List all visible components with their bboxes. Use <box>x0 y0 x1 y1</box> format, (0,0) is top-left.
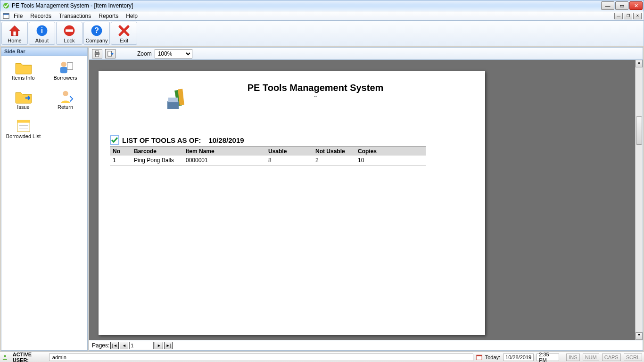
indicator-caps: CAPS <box>602 354 621 361</box>
table-header-row: No Barcode Item Name Usable Not Usable C… <box>110 147 426 156</box>
home-button[interactable]: Home <box>1 22 28 45</box>
menu-records[interactable]: Records <box>26 12 55 20</box>
status-date: 10/28/2019 <box>503 354 534 361</box>
sidebar-item-return[interactable]: Return <box>46 89 84 110</box>
pager-label: Pages: <box>92 342 109 349</box>
svg-rect-12 <box>67 63 72 70</box>
svg-point-27 <box>4 355 6 357</box>
company-button[interactable]: ? Company <box>83 22 110 45</box>
person-notebook-icon <box>57 60 74 75</box>
svg-rect-24 <box>167 101 179 109</box>
col-usable: Usable <box>265 147 313 156</box>
report-logo-icon <box>165 87 191 114</box>
report-title: PE Tools Management System <box>157 82 474 93</box>
window-title: PE Tools Management System - [Item Inven… <box>12 2 601 9</box>
lock-button[interactable]: Lock <box>56 22 83 45</box>
calendar-icon <box>476 354 482 361</box>
sidebar-item-items-info[interactable]: Items Info <box>4 60 42 81</box>
pager: Pages: |◄ ◄ ► ►| <box>89 340 643 350</box>
col-no: No <box>110 147 131 156</box>
pager-prev-button[interactable]: ◄ <box>120 342 128 349</box>
list-icon <box>15 118 33 133</box>
sidebar-item-borrowers[interactable]: Borrowers <box>46 60 84 81</box>
svg-rect-2 <box>3 13 9 15</box>
export-button[interactable] <box>105 49 116 58</box>
window-maximize-button[interactable]: ▭ <box>615 1 628 10</box>
lock-label: Lock <box>64 38 74 43</box>
svg-rect-15 <box>17 120 29 123</box>
menu-reports[interactable]: Reports <box>95 12 122 20</box>
export-icon <box>107 50 114 57</box>
zoom-label: Zoom <box>137 50 152 57</box>
cell-usable: 8 <box>265 156 313 165</box>
mdi-close-button[interactable]: ✕ <box>633 13 642 19</box>
sidebar-item-borrowed-list[interactable]: Borrowded List <box>4 118 42 139</box>
svg-text:i: i <box>41 26 43 34</box>
list-of-tools-label: LIST OF TOOLS AS OF: <box>122 136 201 144</box>
table-row: 1 Ping Pong Balls 0000001 8 2 10 <box>110 156 426 165</box>
sidebar-item-issue[interactable]: Issue <box>4 89 42 110</box>
svg-rect-19 <box>96 50 99 52</box>
sidebar-item-label: Items Info <box>12 75 34 81</box>
scroll-thumb[interactable] <box>636 116 642 145</box>
window-close-button[interactable]: ✕ <box>629 1 643 10</box>
cell-barcode: Ping Pong Balls <box>131 156 183 165</box>
col-not-usable: Not Usable <box>313 147 355 156</box>
svg-rect-7 <box>66 29 73 32</box>
folder-out-icon <box>15 89 33 104</box>
vertical-scrollbar[interactable]: ▲ ▼ <box>635 60 643 340</box>
window-minimize-button[interactable]: — <box>601 1 614 10</box>
indicator-ins: INS <box>566 354 579 361</box>
svg-rect-29 <box>477 355 482 356</box>
cell-item-name: 0000001 <box>183 156 265 165</box>
report-toolbar: Zoom 100% <box>89 48 643 60</box>
pager-next-button[interactable]: ► <box>155 342 163 349</box>
company-label: Company <box>85 38 107 43</box>
active-user-label: ACTIVE USER: <box>13 352 46 362</box>
indicator-scrl: SCRL <box>624 354 642 361</box>
indicator-num: NUM <box>583 354 599 361</box>
svg-point-13 <box>63 91 68 96</box>
mdi-minimize-button[interactable]: — <box>614 13 623 19</box>
menu-transactions[interactable]: Transactions <box>55 12 95 20</box>
sidebar: Side Bar Items Info Borrowers Issue Retu… <box>1 47 88 351</box>
cell-no: 1 <box>110 156 131 165</box>
report-subtitle: -- <box>157 93 474 99</box>
svg-point-10 <box>61 62 66 67</box>
report-table: No Barcode Item Name Usable Not Usable C… <box>110 147 426 165</box>
zoom-select[interactable]: 100% <box>155 49 192 58</box>
printer-icon <box>94 50 100 57</box>
main-toolbar: Home i About Lock ? Company Exit <box>0 21 644 46</box>
mdi-restore-button[interactable]: ❐ <box>624 13 632 19</box>
col-copies: Copies <box>355 147 426 156</box>
pager-first-button[interactable]: |◄ <box>110 342 119 349</box>
sidebar-title: Side Bar <box>1 48 87 56</box>
pager-current-input[interactable] <box>129 342 154 349</box>
app-icon <box>2 2 10 9</box>
pager-last-button[interactable]: ►| <box>164 342 173 349</box>
person-return-icon <box>57 89 74 104</box>
menubar-icon <box>2 13 10 19</box>
exit-label: Exit <box>120 38 128 43</box>
sidebar-item-label: Return <box>58 104 73 110</box>
scroll-up-button[interactable]: ▲ <box>636 60 643 67</box>
scroll-down-button[interactable]: ▼ <box>636 332 643 340</box>
report-page: PE Tools Management System -- LIST OF TO… <box>99 71 485 335</box>
home-label: Home <box>8 38 21 43</box>
status-time: 2:35 PM <box>537 354 559 361</box>
list-check-icon <box>110 135 119 145</box>
window-titlebar: PE Tools Management System - [Item Inven… <box>0 0 644 11</box>
report-area: PE Tools Management System -- LIST OF TO… <box>89 60 643 340</box>
menubar: File Records Transactions Reports Help —… <box>0 11 644 21</box>
menu-help[interactable]: Help <box>122 12 141 20</box>
home-icon <box>8 24 21 37</box>
print-button[interactable] <box>92 49 102 58</box>
report-viewer: Zoom 100% PE Tools Management System -- … <box>89 47 643 351</box>
col-barcode: Barcode <box>131 147 183 156</box>
svg-rect-3 <box>13 32 16 36</box>
menu-file[interactable]: File <box>10 12 26 20</box>
exit-button[interactable]: Exit <box>111 22 137 45</box>
svg-point-0 <box>3 3 9 8</box>
cell-not-usable: 2 <box>313 156 355 165</box>
about-button[interactable]: i About <box>29 22 55 45</box>
